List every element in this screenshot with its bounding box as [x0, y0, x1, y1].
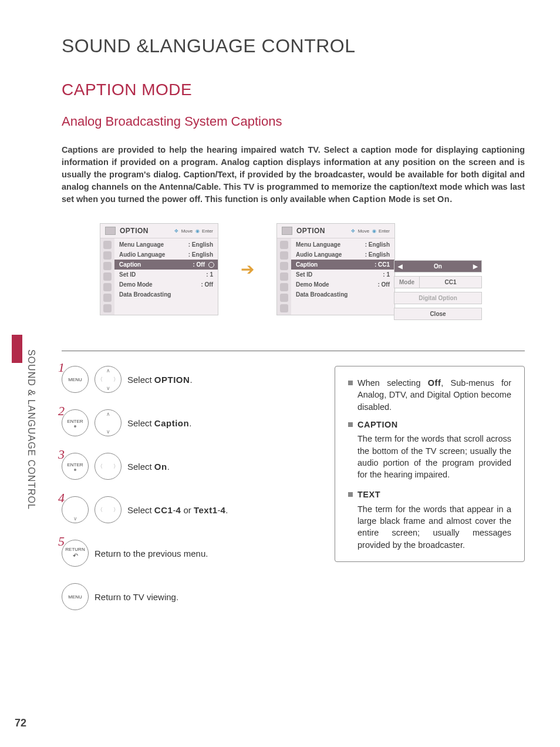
osd-icon-rail — [277, 238, 291, 315]
osd-screenshots-row: OPTION ✥ Move ◉ Enter Menu Language: Eng… — [100, 223, 525, 315]
bullet-icon — [348, 422, 353, 427]
step-text: Select Caption. — [127, 418, 191, 428]
info-caption-body: The term for the words that scroll acros… — [357, 433, 511, 480]
page-title: SOUND &LANGUAGE CONTROL — [62, 35, 525, 57]
subsection-title: Analog Broadcasting System Captions — [62, 114, 525, 129]
osd-popup: On ModeCC1 Digital Option Close — [394, 260, 482, 320]
remote-updown-icon: ∧∨ — [95, 409, 122, 436]
osd-item: Audio Language: English — [291, 250, 394, 260]
osd-item: Set ID: 1 — [114, 270, 218, 280]
osd-category-icon — [105, 227, 116, 235]
remote-menu-button: MENU — [62, 583, 89, 610]
transition-arrow-icon: ➔ — [241, 260, 254, 279]
section-title: CAPTION MODE — [62, 80, 525, 99]
section-tab — [12, 335, 22, 363]
step-1: 1 MENU ∧∨〈〉 Select OPTION. — [62, 366, 308, 393]
popup-option-on: On — [394, 260, 482, 272]
osd-title: OPTION — [296, 227, 325, 235]
popup-option-mode: ModeCC1 — [394, 276, 482, 288]
step-text: Select OPTION. — [127, 375, 193, 385]
page-number: 72 — [15, 717, 26, 729]
step-3: 3 ENTER 〈〉 Select On. — [62, 453, 308, 480]
info-box: When selecting Off, Sub-menus for Analog… — [335, 366, 525, 562]
info-caption-title: CAPTION — [357, 419, 398, 430]
step-4: 4 ∨ 〈〉 Select CC1-4 or Text1-4. — [62, 496, 308, 523]
step-text: Return to TV viewing. — [95, 592, 178, 602]
osd-hints: ✥ Move ◉ Enter — [351, 228, 390, 234]
osd-item: Menu Language: English — [291, 240, 394, 250]
osd-item: Set ID: 1 — [291, 270, 394, 280]
remote-leftright-icon: 〈〉 — [95, 453, 122, 480]
intro-paragraph: Captions are provided to help the hearin… — [62, 144, 525, 206]
remote-dpad-icon: ∧∨〈〉 — [95, 366, 122, 393]
divider — [62, 351, 525, 351]
osd-icon-rail — [100, 238, 114, 315]
remote-enter-button: ENTER — [62, 453, 89, 480]
osd-item: Demo Mode: Off — [291, 280, 394, 290]
step-2: 2 ENTER ∧∨ Select Caption. — [62, 409, 308, 436]
popup-option-digital: Digital Option — [394, 292, 482, 304]
step-text: Return to the previous menu. — [95, 549, 208, 558]
osd-panel-after: OPTION ✥ Move ◉ Enter Menu Language: Eng… — [276, 223, 395, 315]
remote-return-button: RETURN↶ — [62, 540, 89, 567]
remote-menu-button: MENU — [62, 366, 89, 393]
osd-title: OPTION — [120, 227, 149, 235]
osd-item: Menu Language: English — [114, 240, 218, 250]
step-text: Select CC1-4 or Text1-4. — [127, 505, 228, 515]
osd-item: Audio Language: English — [114, 250, 218, 260]
info-text-body: The term for the words that appear in a … — [357, 503, 511, 551]
osd-item-selected: Caption: CC1 — [291, 260, 394, 270]
osd-item: Demo Mode: Off — [114, 280, 218, 290]
step-text: Select On. — [127, 462, 170, 472]
osd-panel-before: OPTION ✥ Move ◉ Enter Menu Language: Eng… — [100, 223, 218, 315]
side-section-label: SOUND & LANGUAGE CONTROL — [26, 349, 36, 510]
step-menu: MENU Return to TV viewing. — [62, 583, 308, 610]
remote-leftright-icon: 〈〉 — [95, 496, 122, 523]
step-5: 5 RETURN↶ Return to the previous menu. — [62, 540, 308, 567]
osd-item-selected: Caption: Off — [114, 260, 218, 270]
osd-category-icon — [282, 227, 292, 235]
osd-hints: ✥ Move ◉ Enter — [174, 228, 213, 234]
procedure-steps: 1 MENU ∧∨〈〉 Select OPTION. 2 ENTER ∧∨ Se… — [62, 366, 308, 627]
bullet-icon — [348, 381, 353, 385]
bullet-icon — [348, 492, 353, 497]
osd-item: Data Broadcasting — [291, 290, 394, 300]
info-text-title: TEXT — [357, 489, 380, 500]
remote-enter-button: ENTER — [62, 409, 89, 436]
remote-down-icon: ∨ — [62, 496, 89, 523]
popup-option-close: Close — [394, 308, 482, 320]
osd-item: Data Broadcasting — [114, 290, 218, 300]
